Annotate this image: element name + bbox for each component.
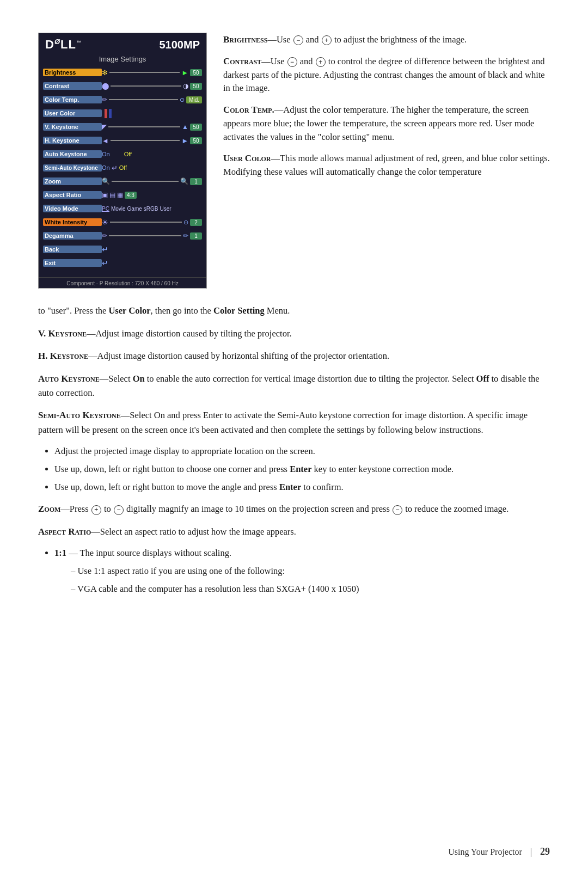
- menu-title: Image Settings: [39, 54, 206, 66]
- zoom-label: Zoom: [43, 177, 102, 185]
- projector-footer: Component - P Resolution : 720 X 480 / 6…: [39, 277, 206, 288]
- degamma-value: 1: [190, 232, 202, 240]
- semi-auto-keystone-label: Semi-Auto Keystone: [43, 164, 102, 171]
- aspect-ratio-label: Aspect Ratio: [43, 191, 102, 199]
- white-intensity-control: ☀ ⊙ 2: [102, 218, 202, 226]
- aspect-icon1: ▣: [102, 191, 108, 199]
- aspect-icon3: ▦: [117, 191, 123, 199]
- semi-auto-enter-icon: ↵: [112, 164, 118, 172]
- user-color-term: User Color: [223, 153, 271, 163]
- h-keystone-icon: ◄: [102, 137, 109, 145]
- main-content: to "user". Press the User Color, then go…: [38, 304, 550, 596]
- v-keystone-icon2: ▲: [182, 123, 188, 131]
- user-color-icon: ▐: [102, 109, 107, 118]
- menu-row-user-color: User Color ▐ ▌: [43, 107, 202, 119]
- page-footer: Using Your Projector | 29: [448, 846, 550, 857]
- v-keystone-slider: [108, 126, 180, 127]
- bullet-1: Adjust the projected image display to ap…: [54, 445, 550, 458]
- bullet-3: Use up, down, left or right button to mo…: [54, 481, 550, 494]
- menu-row-auto-keystone: Auto Keystone On Off: [43, 148, 202, 160]
- h-keystone-value: 50: [190, 137, 202, 144]
- back-label: Back: [43, 246, 102, 253]
- contrast-slider: [111, 85, 181, 87]
- degamma-slider: [109, 235, 181, 236]
- back-enter-icon: ↵: [102, 245, 108, 254]
- color-temp-value: Mid.: [186, 96, 202, 103]
- user-color-label: User Color: [43, 109, 102, 117]
- h-keystone-icon2: ►: [181, 137, 188, 145]
- menu-row-degamma: Degamma ✏ ✏ 1: [43, 230, 202, 242]
- zoom-icon-plus: 🔍: [180, 177, 188, 185]
- degamma-icon2: ✏: [183, 232, 188, 240]
- color-temp-control: ✏ ⊙ Mid.: [102, 96, 202, 103]
- color-temp-label: Color Temp.: [43, 96, 102, 103]
- menu-row-v-keystone: V. Keystone ◤ ▲ 50: [43, 121, 202, 133]
- mode-movie: Movie: [111, 206, 126, 212]
- mode-game: Game: [127, 206, 142, 212]
- h-keystone-para: H. Keystone—Adjust image distortion caus…: [38, 348, 550, 363]
- color-temp-slider: [109, 99, 178, 100]
- exit-control: ↵: [102, 259, 202, 267]
- zoom-control: 🔍 🔍 1: [102, 177, 202, 185]
- sun-icon: ✻: [102, 69, 108, 77]
- v-keystone-label: V. Keystone: [43, 123, 102, 131]
- page-container: DØLL™ 5100MP Image Settings Brightness ✻…: [0, 0, 588, 636]
- aspect-ratio-term: Aspect Ratio: [38, 526, 91, 537]
- contrast-value: 50: [190, 83, 202, 90]
- aspect-ratio-value: 4:3: [125, 192, 137, 199]
- auto-keystone-on: On: [102, 151, 110, 157]
- arrow-right-icon: ►: [181, 69, 188, 77]
- user-color-icon2: ▌: [109, 109, 114, 118]
- auto-keystone-off: Off: [124, 151, 132, 157]
- minus-btn2: −: [287, 57, 297, 67]
- white-intensity-icon: ☀: [102, 218, 108, 226]
- menu-row-brightness: Brightness ✻ ► 50: [43, 66, 202, 78]
- minus-btn3: −: [114, 505, 124, 515]
- h-keystone-label: H. Keystone: [43, 137, 102, 144]
- menu-row-exit: Exit ↵: [43, 257, 202, 269]
- zoom-slider: [112, 181, 179, 182]
- plus-btn3: +: [91, 505, 101, 515]
- degamma-label: Degamma: [43, 232, 102, 240]
- semi-auto-on: On: [102, 164, 110, 171]
- aspect-sub-list: Use 1:1 aspect ratio if you are using on…: [71, 565, 550, 596]
- v-keystone-term: V. Keystone: [38, 328, 87, 339]
- user-color-continuation: to "user". Press the User Color, then go…: [38, 304, 550, 318]
- auto-keystone-label: Auto Keystone: [43, 150, 102, 158]
- semi-auto-keystone-para: Semi-Auto Keystone—Select On and press E…: [38, 408, 550, 437]
- brightness-term: Brightness: [223, 34, 267, 45]
- brightness-control: ✻ ► 50: [102, 69, 202, 77]
- brightness-value: 50: [190, 69, 202, 76]
- zoom-value: 1: [190, 178, 202, 185]
- dell-logo: DØLL™: [45, 38, 82, 52]
- brightness-desc: Brightness—Use − and + to adjust the bri…: [223, 33, 550, 47]
- brightness-label: Brightness: [43, 69, 102, 76]
- footer-divider: |: [530, 847, 532, 857]
- video-mode-control: PC Movie Game sRGB User: [102, 206, 202, 212]
- menu-row-white-intensity: White Intensity ☀ ⊙ 2: [43, 216, 202, 228]
- aspect-icon2: ▤: [109, 191, 115, 199]
- menu-row-aspect-ratio: Aspect Ratio ▣ ▤ ▦ 4:3: [43, 189, 202, 201]
- projector-menu-box: DØLL™ 5100MP Image Settings Brightness ✻…: [38, 33, 207, 289]
- back-control: ↵: [102, 245, 202, 254]
- degamma-icon1: ✏: [102, 232, 107, 240]
- mode-pc: PC: [102, 206, 109, 212]
- aspect-ratio-para: Aspect Ratio—Select an aspect ratio to a…: [38, 524, 550, 539]
- user-color-desc: User Color—This mode allows manual adjus…: [223, 151, 550, 179]
- contrast-icon: ⬤: [102, 82, 109, 90]
- v-keystone-icon: ◤: [102, 123, 107, 131]
- plus-btn: +: [322, 35, 332, 45]
- white-intensity-dot: ⊙: [183, 219, 188, 226]
- white-intensity-value: 2: [190, 219, 202, 226]
- auto-keystone-term: Auto Keystone: [38, 373, 100, 384]
- top-section: DØLL™ 5100MP Image Settings Brightness ✻…: [38, 33, 550, 289]
- exit-label: Exit: [43, 259, 102, 267]
- h-keystone-control: ◄ ► 50: [102, 137, 202, 145]
- menu-row-back: Back ↵: [43, 243, 202, 255]
- mode-user: User: [160, 206, 171, 212]
- aspect-ratio-control: ▣ ▤ ▦ 4:3: [102, 191, 202, 199]
- right-description-text: Brightness—Use − and + to adjust the bri…: [223, 33, 550, 289]
- h-keystone-slider: [111, 140, 180, 141]
- minus-btn: −: [293, 35, 303, 45]
- auto-keystone-para: Auto Keystone—Select On to enable the au…: [38, 371, 550, 401]
